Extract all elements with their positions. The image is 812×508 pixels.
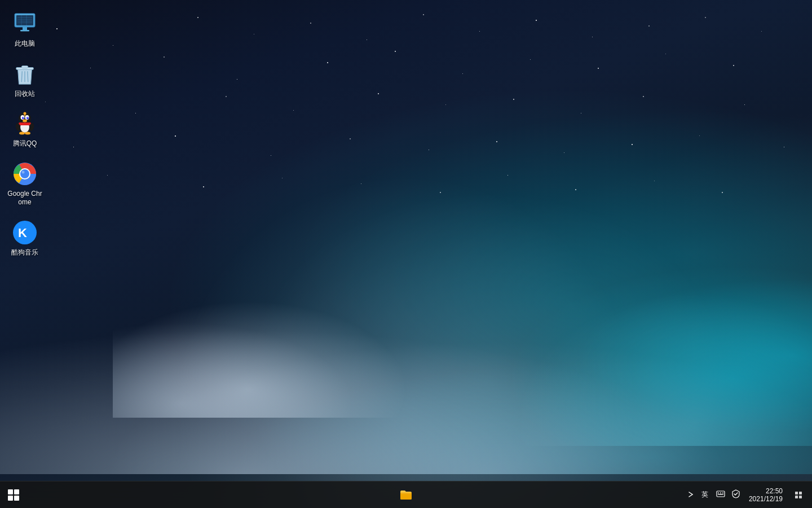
desktop-icon-kugou[interactable]: K 酷狗音乐 <box>3 214 47 262</box>
this-pc-icon <box>11 10 38 37</box>
svg-point-27 <box>25 132 30 135</box>
clouds-layer <box>0 192 812 474</box>
svg-point-24 <box>23 120 27 122</box>
svg-rect-14 <box>21 65 28 68</box>
svg-rect-7 <box>23 27 27 30</box>
svg-point-22 <box>23 117 24 119</box>
svg-rect-39 <box>718 493 719 494</box>
desktop-icon-qq[interactable]: 腾讯QQ <box>3 106 47 153</box>
taskbar-file-explorer[interactable] <box>392 481 420 509</box>
cloud-layer-white <box>113 277 451 418</box>
svg-rect-9 <box>15 14 35 15</box>
win-logo-top-left <box>8 489 13 494</box>
clock-date: 2021/12/19 <box>749 495 783 503</box>
svg-rect-43 <box>719 494 722 495</box>
svg-line-12 <box>28 71 28 82</box>
this-pc-label: 此电脑 <box>15 40 35 49</box>
clock-area[interactable]: 22:50 2021/12/19 <box>744 486 787 504</box>
svg-rect-40 <box>720 493 721 494</box>
svg-point-30 <box>24 112 27 115</box>
svg-rect-25 <box>19 122 31 125</box>
chrome-icon <box>11 160 38 187</box>
taskbar: 英 <box>0 481 812 508</box>
desktop-icon-this-pc[interactable]: 此电脑 <box>3 6 47 53</box>
svg-rect-45 <box>795 492 798 494</box>
svg-rect-44 <box>722 494 723 495</box>
svg-rect-41 <box>722 493 723 494</box>
svg-point-34 <box>20 169 29 178</box>
svg-rect-8 <box>20 30 29 32</box>
desktop-icon-recycle-bin[interactable]: 回收站 <box>3 56 47 103</box>
recycle-bin-icon <box>11 60 38 87</box>
win-logo-top-right <box>14 489 19 494</box>
desktop-icon-chrome[interactable]: Google Chrome <box>3 156 47 212</box>
qq-icon <box>11 110 38 137</box>
tray-language-label: 英 <box>701 491 708 498</box>
recycle-bin-label: 回收站 <box>15 90 35 99</box>
svg-rect-1 <box>16 15 33 25</box>
taskbar-pinned-apps <box>392 481 420 509</box>
start-button[interactable] <box>0 481 27 509</box>
tray-security-button[interactable] <box>730 488 742 501</box>
tray-input-method-button[interactable] <box>714 489 727 501</box>
win-logo-bottom-right <box>14 496 19 501</box>
svg-rect-48 <box>799 496 802 498</box>
svg-point-26 <box>19 132 25 135</box>
kugou-icon: K <box>11 219 38 246</box>
svg-point-23 <box>28 117 29 119</box>
desktop-icons-area: 此电脑 回收站 <box>3 6 47 262</box>
desktop: 此电脑 回收站 <box>0 0 812 508</box>
qq-label: 腾讯QQ <box>13 139 37 148</box>
svg-line-10 <box>21 71 22 82</box>
windows-logo <box>8 489 19 501</box>
chrome-label: Google Chrome <box>6 190 44 207</box>
svg-text:K: K <box>18 226 27 240</box>
svg-rect-46 <box>799 492 802 494</box>
notification-center-button[interactable] <box>789 481 807 509</box>
clock-time: 22:50 <box>766 487 783 495</box>
kugou-label: 酷狗音乐 <box>11 248 38 257</box>
svg-rect-47 <box>795 496 798 498</box>
svg-rect-42 <box>718 494 719 495</box>
svg-point-35 <box>22 170 25 173</box>
taskbar-system-tray: 英 <box>686 481 812 509</box>
tray-show-hidden-button[interactable] <box>686 489 696 501</box>
cloud-layer-2 <box>417 220 812 446</box>
tray-language-button[interactable]: 英 <box>698 488 712 502</box>
win-logo-bottom-left <box>8 496 13 501</box>
